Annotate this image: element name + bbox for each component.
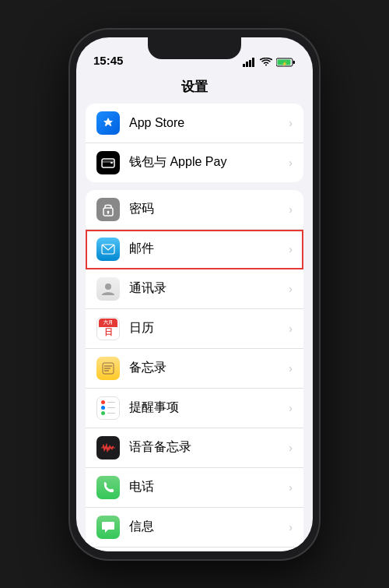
row-contacts[interactable]: 通讯录 › bbox=[86, 269, 303, 309]
page-header: 设置 bbox=[76, 72, 313, 104]
chevron-voicememo: › bbox=[289, 442, 293, 454]
icon-appstore: A bbox=[96, 111, 120, 135]
svg-text:⚡: ⚡ bbox=[282, 60, 288, 66]
icon-calendar: 六月 日 bbox=[96, 317, 120, 340]
row-label-contacts: 通讯录 bbox=[129, 280, 286, 297]
svg-text:A: A bbox=[106, 119, 111, 128]
svg-point-16 bbox=[105, 283, 111, 290]
appstore-svg: A bbox=[101, 116, 115, 130]
row-messages[interactable]: 信息 › bbox=[86, 508, 303, 548]
row-reminders[interactable]: 提醒事项 › bbox=[86, 389, 303, 428]
status-time: 15:45 bbox=[93, 54, 123, 67]
icon-messages bbox=[96, 516, 120, 539]
chevron-wallet: › bbox=[289, 157, 293, 169]
row-label-messages: 信息 bbox=[129, 519, 286, 535]
chevron-notes: › bbox=[289, 362, 293, 375]
phone-svg bbox=[102, 481, 114, 494]
row-label-voicememo: 语音备忘录 bbox=[129, 439, 286, 456]
row-label-reminders: 提醒事项 bbox=[129, 400, 286, 416]
notch bbox=[148, 37, 241, 59]
icon-notes bbox=[96, 357, 120, 380]
messages-svg bbox=[101, 521, 115, 533]
row-label-calendar: 日历 bbox=[129, 320, 286, 336]
icon-contacts bbox=[96, 277, 120, 301]
svg-rect-1 bbox=[246, 62, 248, 67]
wallet-svg bbox=[101, 157, 115, 168]
svg-rect-2 bbox=[249, 60, 251, 67]
svg-rect-5 bbox=[293, 61, 296, 64]
chevron-phone: › bbox=[289, 481, 293, 494]
page-title: 设置 bbox=[181, 79, 208, 94]
row-wallet[interactable]: 钱包与 Apple Pay › bbox=[86, 143, 303, 182]
chevron-reminders: › bbox=[289, 402, 293, 414]
contacts-svg bbox=[101, 282, 115, 296]
row-phone[interactable]: 电话 › bbox=[86, 468, 303, 508]
row-label-mail: 邮件 bbox=[129, 241, 286, 257]
phone-screen: 15:45 bbox=[76, 37, 313, 551]
svg-rect-3 bbox=[252, 58, 254, 67]
icon-wallet bbox=[96, 151, 120, 174]
svg-rect-14 bbox=[107, 212, 109, 214]
row-calendar[interactable]: 六月 日 日历 › bbox=[86, 309, 303, 349]
chevron-password: › bbox=[289, 203, 293, 216]
row-voicememo[interactable]: 语音备忘录 › bbox=[86, 428, 303, 468]
chevron-calendar: › bbox=[289, 322, 293, 335]
status-icons: ⚡ bbox=[243, 58, 296, 67]
icon-phone bbox=[96, 476, 120, 499]
row-notes[interactable]: 备忘录 › bbox=[86, 349, 303, 389]
signal-icon bbox=[243, 58, 256, 67]
phone-frame: 15:45 bbox=[70, 30, 319, 559]
battery-icon: ⚡ bbox=[276, 58, 296, 67]
settings-content: A App Store › 钱包与 Apple P bbox=[76, 104, 313, 551]
row-label-appstore: App Store bbox=[129, 116, 286, 130]
row-mail[interactable]: 邮件 › bbox=[86, 230, 303, 269]
row-label-phone: 电话 bbox=[129, 479, 286, 495]
wifi-icon bbox=[260, 58, 272, 67]
row-label-notes: 备忘录 bbox=[129, 360, 286, 376]
section-1: A App Store › 钱包与 Apple P bbox=[86, 104, 303, 182]
svg-rect-11 bbox=[110, 162, 113, 164]
row-appstore[interactable]: A App Store › bbox=[86, 104, 303, 143]
chevron-mail: › bbox=[289, 243, 293, 255]
row-label-password: 密码 bbox=[129, 201, 286, 217]
mail-svg bbox=[101, 244, 115, 255]
chevron-contacts: › bbox=[289, 283, 293, 295]
svg-rect-0 bbox=[243, 64, 245, 67]
section-2: 密码 › 邮件 › bbox=[86, 190, 303, 551]
chevron-appstore: › bbox=[289, 117, 293, 129]
chevron-messages: › bbox=[289, 521, 293, 533]
row-password[interactable]: 密码 › bbox=[86, 190, 303, 230]
notes-svg bbox=[102, 362, 114, 375]
row-facetime[interactable]: FaceTime通话 › bbox=[86, 548, 303, 551]
icon-voicememo bbox=[96, 436, 120, 459]
icon-mail bbox=[96, 238, 120, 261]
voicememo-svg bbox=[101, 443, 115, 452]
icon-reminders bbox=[96, 396, 120, 420]
icon-password bbox=[96, 198, 120, 221]
password-svg bbox=[102, 202, 114, 217]
row-label-wallet: 钱包与 Apple Pay bbox=[129, 154, 286, 171]
